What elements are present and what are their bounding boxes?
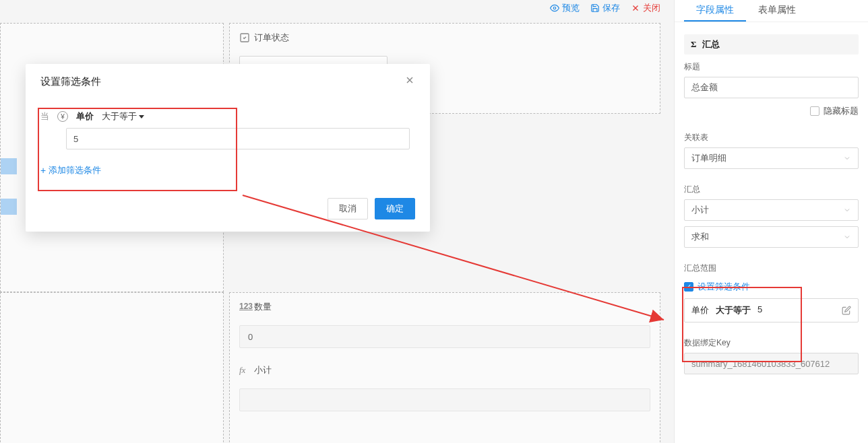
condition-row: 当 ¥ 单价 大于等于 xyxy=(40,104,415,128)
condition-value-input[interactable]: 5 xyxy=(66,128,410,149)
add-condition-button[interactable]: + 添加筛选条件 xyxy=(40,164,415,176)
condition-when-label: 当 xyxy=(40,110,49,123)
filter-modal: 设置筛选条件 当 ¥ 单价 大于等于 5 + 添加筛选条件 取消 确定 xyxy=(26,64,430,232)
modal-title: 设置筛选条件 xyxy=(40,75,101,88)
modal-close-button[interactable] xyxy=(404,75,415,89)
condition-operator[interactable]: 大于等于 xyxy=(102,110,144,123)
plus-icon: + xyxy=(40,165,46,176)
caret-down-icon xyxy=(139,115,144,118)
cancel-button[interactable]: 取消 xyxy=(328,198,368,219)
currency-icon: ¥ xyxy=(57,111,68,122)
confirm-button[interactable]: 确定 xyxy=(375,198,415,219)
condition-field[interactable]: 单价 xyxy=(76,110,94,123)
close-icon xyxy=(404,75,415,86)
